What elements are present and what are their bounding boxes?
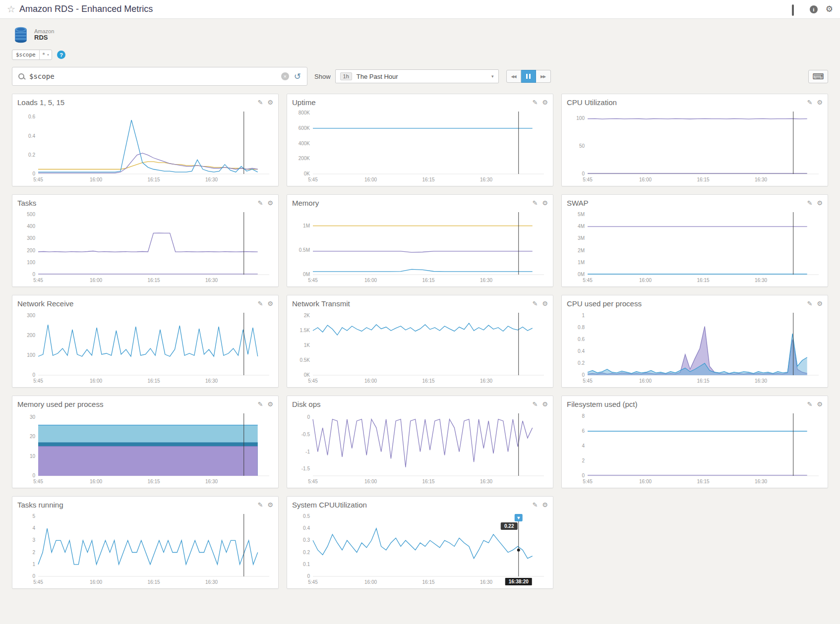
clear-search-icon[interactable]: ×: [281, 72, 289, 80]
chart-title: Tasks: [17, 199, 36, 207]
refresh-icon[interactable]: ↺: [294, 72, 301, 81]
chart-title: Loads 1, 5, 15: [17, 98, 64, 107]
keyboard-shortcuts-button[interactable]: ⌨: [808, 70, 828, 83]
chart-canvas[interactable]: 0K0.5K1K1.5K2K5:4516:0016:1516:30: [292, 309, 548, 386]
chart-gear-icon[interactable]: ⚙: [817, 99, 823, 106]
svg-text:16:00: 16:00: [364, 378, 377, 384]
template-variable-value[interactable]: * ▾: [39, 50, 52, 59]
chart-gear-icon[interactable]: ⚙: [542, 99, 548, 106]
svg-text:10: 10: [30, 454, 36, 459]
svg-text:16:38:20: 16:38:20: [509, 579, 529, 584]
svg-text:0: 0: [32, 171, 35, 176]
settings-gear-icon[interactable]: ⚙: [826, 4, 833, 14]
svg-text:400K: 400K: [299, 141, 310, 146]
chart-gear-icon[interactable]: ⚙: [267, 99, 273, 106]
edit-pencil-icon[interactable]: ✎: [807, 400, 812, 408]
chart-canvas[interactable]: 00.20.40.65:4516:0016:1516:30: [17, 108, 273, 185]
svg-text:5:45: 5:45: [308, 479, 318, 484]
chart-panel-memory-per-process: Memory used per process ✎ ⚙ 01020305:451…: [12, 396, 279, 488]
svg-text:16:00: 16:00: [639, 378, 652, 384]
edit-pencil-icon[interactable]: ✎: [257, 501, 263, 509]
chart-gear-icon[interactable]: ⚙: [267, 501, 273, 509]
edit-pencil-icon[interactable]: ✎: [532, 99, 538, 106]
svg-text:0M: 0M: [578, 272, 585, 277]
chart-gear-icon[interactable]: ⚙: [817, 199, 823, 207]
svg-text:0.8: 0.8: [578, 325, 585, 330]
favorite-star-icon[interactable]: ☆: [7, 3, 15, 15]
edit-pencil-icon[interactable]: ✎: [257, 99, 263, 106]
chart-canvas[interactable]: 0501005:4516:0016:1516:30: [567, 108, 823, 185]
edit-pencil-icon[interactable]: ✎: [532, 400, 538, 408]
rewind-button[interactable]: ◀◀: [506, 70, 521, 83]
chart-canvas[interactable]: 01020305:4516:0016:1516:30: [17, 409, 273, 487]
edit-pencil-icon[interactable]: ✎: [532, 501, 538, 509]
edit-pencil-icon[interactable]: ✎: [532, 199, 538, 207]
topbar-actions: i ⚙: [792, 4, 833, 14]
chart-panel-filesystem-used: Filesystem used (pct) ✎ ⚙ 024685:4516:00…: [561, 396, 828, 488]
chart-canvas[interactable]: 01002003004005005:4516:0016:1516:30: [17, 208, 273, 285]
chart-panel-network-transmit: Network Transmit ✎ ⚙ 0K0.5K1K1.5K2K5:451…: [287, 295, 553, 388]
dashboard-toolbar: × ↺ Show 1h The Past Hour ▾ ◀◀ ▶▶ ⌨: [0, 65, 840, 93]
svg-text:16:30: 16:30: [205, 177, 218, 182]
svg-text:16:00: 16:00: [364, 579, 377, 585]
template-variable-scope[interactable]: $scope * ▾: [12, 50, 52, 60]
svg-text:100: 100: [27, 260, 35, 265]
charts-grid: Loads 1, 5, 15 ✎ ⚙ 00.20.40.65:4516:0016…: [0, 93, 840, 601]
chart-canvas[interactable]: 00.20.40.60.815:4516:0016:1516:30: [567, 309, 823, 386]
chart-canvas[interactable]: 0123455:4516:0016:1516:30: [17, 510, 273, 587]
chart-panel-system-cpu: System CPUUtilization ✎ ⚙ 00.10.20.30.40…: [287, 496, 553, 589]
info-icon[interactable]: i: [810, 5, 818, 13]
svg-text:2: 2: [582, 458, 585, 463]
chart-canvas[interactable]: 0M1M2M3M4M5M5:4516:0016:1516:30: [567, 208, 823, 285]
svg-text:16:00: 16:00: [364, 177, 377, 182]
scope-search-box[interactable]: × ↺: [12, 67, 307, 86]
svg-text:16:15: 16:15: [147, 278, 160, 283]
integration-logo: Amazon RDS: [0, 19, 840, 46]
svg-text:5:45: 5:45: [583, 479, 593, 484]
amazon-rds-logo-icon: [12, 26, 30, 44]
chart-canvas[interactable]: 0K200K400K600K800K5:4516:0016:1516:30: [292, 108, 548, 185]
chart-gear-icon[interactable]: ⚙: [542, 199, 548, 207]
svg-text:0.4: 0.4: [28, 133, 35, 139]
svg-text:0: 0: [32, 473, 35, 478]
chart-canvas[interactable]: 00.10.20.30.40.55:4516:0016:1516:30▾0.22…: [292, 510, 548, 587]
chart-title: Network Receive: [17, 299, 73, 308]
chart-gear-icon[interactable]: ⚙: [817, 300, 823, 307]
logo-brand-bottom: RDS: [34, 34, 54, 41]
chart-gear-icon[interactable]: ⚙: [817, 400, 823, 408]
svg-text:5:45: 5:45: [308, 579, 318, 585]
chart-gear-icon[interactable]: ⚙: [267, 400, 273, 408]
time-range-select[interactable]: 1h The Past Hour ▾: [335, 69, 499, 83]
search-input[interactable]: [29, 72, 276, 80]
chart-gear-icon[interactable]: ⚙: [542, 300, 548, 307]
edit-pencil-icon[interactable]: ✎: [257, 199, 263, 207]
svg-text:▾: ▾: [517, 515, 520, 520]
chart-canvas[interactable]: 024685:4516:0016:1516:30: [567, 409, 823, 487]
edit-pencil-icon[interactable]: ✎: [257, 300, 263, 307]
forward-button[interactable]: ▶▶: [536, 70, 551, 83]
edit-pencil-icon[interactable]: ✎: [807, 199, 812, 207]
svg-text:0.6: 0.6: [28, 114, 35, 119]
svg-text:3: 3: [32, 537, 35, 543]
chart-gear-icon[interactable]: ⚙: [267, 199, 273, 207]
help-icon[interactable]: ?: [57, 51, 65, 59]
pause-button[interactable]: [521, 70, 536, 83]
chart-gear-icon[interactable]: ⚙: [542, 400, 548, 408]
chart-canvas[interactable]: 01002003005:4516:0016:1516:30: [17, 309, 273, 386]
svg-text:0.5M: 0.5M: [299, 247, 310, 253]
chart-canvas[interactable]: 0-0.5-1-1.55:4516:0016:1516:30: [292, 409, 548, 487]
edit-pencil-icon[interactable]: ✎: [807, 300, 812, 307]
fullscreen-monitor-icon[interactable]: [792, 5, 802, 13]
svg-text:16:00: 16:00: [90, 579, 102, 585]
edit-pencil-icon[interactable]: ✎: [532, 300, 538, 307]
svg-text:4M: 4M: [578, 224, 585, 229]
edit-pencil-icon[interactable]: ✎: [257, 400, 263, 408]
chart-gear-icon[interactable]: ⚙: [542, 501, 548, 509]
svg-text:16:15: 16:15: [422, 378, 434, 384]
chart-gear-icon[interactable]: ⚙: [267, 300, 273, 307]
template-variable-name: $scope: [12, 50, 39, 59]
chart-canvas[interactable]: 0M0.5M1M5:4516:0016:1516:30: [292, 208, 548, 285]
chart-title: System CPUUtilization: [292, 501, 367, 509]
edit-pencil-icon[interactable]: ✎: [807, 99, 812, 106]
svg-text:16:00: 16:00: [90, 479, 102, 484]
